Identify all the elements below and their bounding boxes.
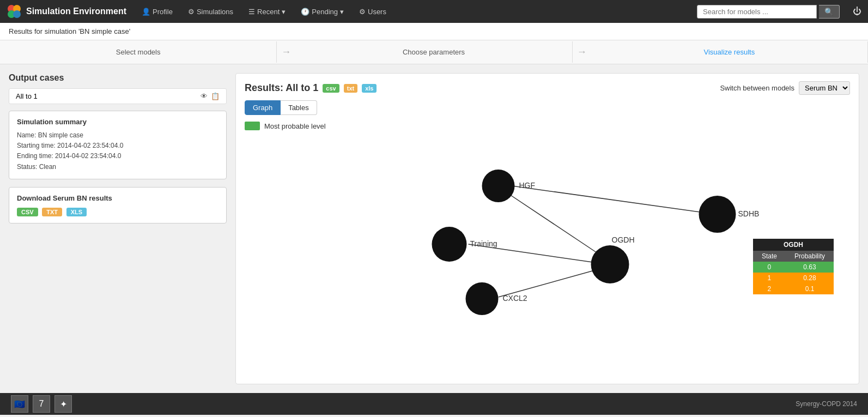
left-panel: Output cases All to 1 👁 📋 Simulation sum… xyxy=(9,73,227,384)
simulation-summary: Simulation summary Name: BN simple case … xyxy=(9,111,227,179)
sim-summary-title: Simulation summary xyxy=(17,118,218,126)
step-select-models[interactable]: Select models xyxy=(0,41,277,63)
step-arrow-2: → xyxy=(573,46,591,58)
tab-tables[interactable]: Tables xyxy=(281,100,317,115)
node-hgf[interactable] xyxy=(482,170,515,202)
simulations-icon: ⚙ xyxy=(188,8,195,16)
ogdh-row1-state: 1 xyxy=(753,273,786,283)
ogdh-header-state: State xyxy=(753,251,786,262)
ogdh-header-probability: Probability xyxy=(786,251,834,262)
node-cxcl2[interactable] xyxy=(466,282,499,315)
label-hgf: HGF xyxy=(519,181,536,190)
ogdh-row2-state: 2 xyxy=(753,283,786,294)
node-training[interactable] xyxy=(432,227,467,262)
node-ogdh[interactable] xyxy=(591,245,629,283)
results-header: Results: All to 1 csv txt xls Switch bet… xyxy=(245,81,850,95)
nav-recent[interactable]: ☰ Recent ▾ xyxy=(243,4,291,19)
sim-name: Name: BN simple case xyxy=(17,130,218,141)
switch-models: Switch between models Serum BN xyxy=(720,81,850,95)
footer-icon-eu: 🇪🇺 xyxy=(11,395,28,413)
legend: Most probable level xyxy=(245,122,850,130)
pending-dropdown-icon: ▾ xyxy=(340,8,344,16)
sim-status: Status: Clean xyxy=(17,162,218,172)
download-title: Download Serum BN results xyxy=(17,194,218,202)
step-choose-parameters[interactable]: Choose parameters xyxy=(295,41,572,63)
nav-profile[interactable]: 👤 Profile xyxy=(136,4,178,19)
sim-starting: Starting time: 2014-04-02 23:54:04.0 xyxy=(17,141,218,151)
brand-title: Simulation Environment xyxy=(26,7,126,16)
download-box: Download Serum BN results CSV TXT XLS xyxy=(9,187,227,223)
label-training: Training xyxy=(470,239,497,248)
search-bar: 🔍 xyxy=(697,5,840,19)
nav-users[interactable]: ⚙ Users xyxy=(354,4,392,19)
ogdh-row1-prob: 0.28 xyxy=(786,273,834,283)
nav-simulations[interactable]: ⚙ Simulations xyxy=(183,4,239,19)
download-txt-badge[interactable]: TXT xyxy=(42,208,62,216)
switch-label: Switch between models xyxy=(720,84,794,92)
output-cases-title: Output cases xyxy=(9,73,227,83)
label-ogdh: OGDH xyxy=(612,235,635,244)
badge-xls[interactable]: xls xyxy=(362,84,377,93)
edge-hgf-sdhb xyxy=(512,186,708,213)
power-button[interactable]: ⏻ xyxy=(853,7,861,16)
nav-pending[interactable]: 🕐 Pending ▾ xyxy=(295,4,349,19)
recent-icon: ☰ xyxy=(248,8,255,16)
step-arrow-1: → xyxy=(277,46,295,58)
navbar: Simulation Environment 👤 Profile ⚙ Simul… xyxy=(0,0,868,23)
ogdh-row0-state: 0 xyxy=(753,262,786,273)
switch-models-select[interactable]: Serum BN xyxy=(799,81,850,95)
graph-area: HGF Training CXCL2 OGDH SDHB OGDH State … xyxy=(245,138,850,367)
profile-icon: 👤 xyxy=(142,8,150,16)
badge-csv[interactable]: csv xyxy=(323,84,339,93)
search-input[interactable] xyxy=(697,5,817,19)
legend-label: Most probable level xyxy=(264,122,326,130)
results-title: Results: All to 1 csv txt xls xyxy=(245,82,377,94)
step-visualize-results[interactable]: Visualize results xyxy=(591,41,868,63)
eye-icon[interactable]: 👁 xyxy=(201,92,208,100)
copy-icon[interactable]: 📋 xyxy=(211,92,220,100)
legend-color xyxy=(245,122,260,130)
pending-icon: 🕐 xyxy=(301,8,309,16)
node-sdhb[interactable] xyxy=(699,196,736,233)
footer-icon-star: ✦ xyxy=(54,395,72,413)
footer: 🇪🇺 7 ✦ Synergy-COPD 2014 xyxy=(0,393,868,415)
label-sdhb: SDHB xyxy=(738,209,760,218)
steps-bar: Select models → Choose parameters → Visu… xyxy=(0,40,868,64)
breadcrumb: Results for simulation 'BN simple case' xyxy=(0,23,868,40)
download-csv-badge[interactable]: CSV xyxy=(17,208,38,216)
case-label: All to 1 xyxy=(16,92,38,100)
label-cxcl2: CXCL2 xyxy=(503,294,527,303)
right-panel: Results: All to 1 csv txt xls Switch bet… xyxy=(235,73,859,384)
sim-ending: Ending time: 2014-04-02 23:54:04.0 xyxy=(17,151,218,161)
search-button[interactable]: 🔍 xyxy=(819,5,840,19)
case-icons: 👁 📋 xyxy=(201,92,220,100)
edge-cxcl2-ogdh xyxy=(499,269,600,297)
ogdh-row2-prob: 0.1 xyxy=(786,283,834,294)
main-content: Output cases All to 1 👁 📋 Simulation sum… xyxy=(0,64,868,393)
ogdh-popup-title: OGDH xyxy=(753,239,834,251)
ogdh-popup: OGDH State Probability 0 0.63 1 0.28 2 0… xyxy=(753,239,834,294)
users-icon: ⚙ xyxy=(359,8,366,16)
recent-dropdown-icon: ▾ xyxy=(282,8,286,16)
footer-icon-7: 7 xyxy=(33,395,50,413)
svg-point-3 xyxy=(13,10,21,18)
edge-hgf-ogdh xyxy=(507,192,605,258)
brand: Simulation Environment xyxy=(7,4,126,19)
download-xls-badge[interactable]: XLS xyxy=(66,208,87,216)
app-logo xyxy=(7,4,22,19)
tab-graph[interactable]: Graph xyxy=(245,100,281,115)
footer-icons: 🇪🇺 7 ✦ xyxy=(11,395,72,413)
footer-copyright: Synergy-COPD 2014 xyxy=(796,400,857,408)
case-item: All to 1 👁 📋 xyxy=(9,88,227,104)
tab-group: Graph Tables xyxy=(245,100,850,115)
badge-txt[interactable]: txt xyxy=(344,84,357,93)
ogdh-row0-prob: 0.63 xyxy=(786,262,834,273)
